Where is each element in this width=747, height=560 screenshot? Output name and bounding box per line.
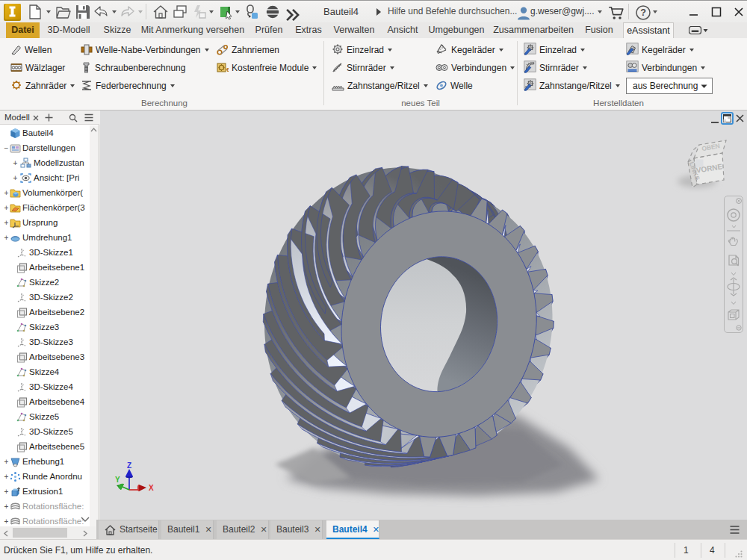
svg-text:X: X [149,484,154,492]
svg-text:Z: Z [127,461,131,470]
svg-text:?: ? [640,7,646,18]
svg-text:€: € [226,66,229,73]
svg-text:Y: Y [115,476,120,484]
